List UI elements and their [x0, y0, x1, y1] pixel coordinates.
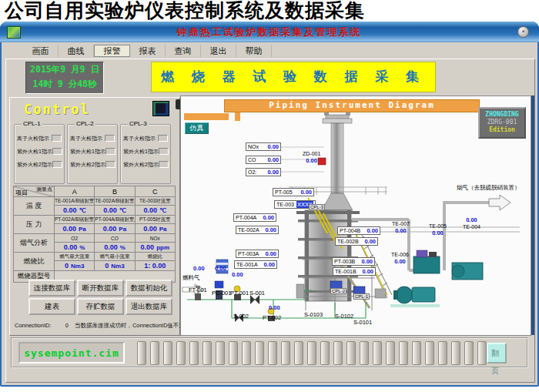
table-row: 温 度TE-001A/B辐射室下TE-002A/B辐射室上TE-003对流室 [14, 197, 176, 206]
cell-value: 0.00Pa [135, 224, 175, 234]
tag-text: CO [248, 157, 256, 162]
pid-label-te-005: TE-0050.00 [429, 223, 447, 236]
flame-indicator-row: 紫外火检2指示 [121, 158, 170, 171]
create-table-button[interactable]: 建表 [28, 298, 75, 315]
title-bar: 钟鼎热工试验炉数据采集及管理系统 × [0, 22, 539, 42]
cell-tag: 燃气最小流量 [95, 253, 135, 261]
corner-bottom-label: 项目 [15, 189, 28, 197]
pid-label-cpl-3: CPL-3 [309, 204, 325, 210]
value-unit: Pa [119, 226, 126, 233]
value-text: 0.00 [144, 206, 158, 214]
pid-label-s-001: S-001 [249, 290, 265, 297]
table-corner-cell: 测量点项目 [14, 186, 55, 197]
flame-indicator-lamp [52, 148, 62, 155]
ridge-slot [137, 341, 146, 365]
menu-item-curve[interactable]: 曲线 [59, 45, 94, 57]
flame-indicator-lamp [159, 148, 169, 155]
menu-item-help[interactable]: 帮助 [236, 45, 272, 57]
flame-indicator-label: 离子火检指示 [70, 135, 102, 142]
pid-label-cpl-1: CPL-1 [353, 293, 370, 300]
tag-text: TE-006 [391, 251, 409, 258]
table-row: 压 力PT-002A/B辐射室下PT-004A/B辐射室上PT-005对流室 [14, 216, 176, 224]
tag-value: 0.00 [300, 189, 312, 196]
flame-indicator-lamp [158, 135, 168, 142]
window-title: 钟鼎热工试验炉数据采集及管理系统 [21, 25, 517, 39]
value-unit: ℃ [119, 207, 126, 214]
pid-label-o2: O2:0.00 [246, 168, 281, 176]
page-title: 公司自用实验炉仪表控制系统及数据采集 [5, 0, 365, 23]
tag-value: 0.00 [263, 214, 274, 221]
menu-item-alarm[interactable]: 报警 [94, 45, 130, 57]
orange-tag [235, 112, 240, 121]
cell-tag: 燃气最大流量 [55, 253, 95, 261]
banner-title: 燃 烧 器 试 验 数 据 采 集 [151, 62, 436, 92]
flame-indicator-label: 紫外火检2指示 [17, 161, 52, 169]
ridge-slot [451, 341, 460, 365]
control-panel-title: Control [24, 102, 90, 117]
corner-top-label: 测量点 [36, 186, 52, 194]
flame-indicator-lamp [52, 161, 62, 168]
pid-label-te-004: 0.00TE-004 [463, 216, 480, 230]
ridge-slot [399, 341, 408, 365]
flame-indicator-label: 离子火检指示 [17, 135, 49, 142]
pid-label-s-0101: S-0101 [353, 319, 372, 326]
ridge-slot [281, 341, 290, 365]
value-text: 0.00 [141, 243, 155, 251]
exit-database-button[interactable]: 退出数据库 [126, 298, 172, 315]
flame-indicator-label: 紫外火检2指示 [123, 161, 159, 169]
database-button-grid: 连接数据库断开数据库数据初始化建表存贮数据退出数据库 [28, 280, 172, 315]
cell-tag: PT-004A/B辐射室上 [95, 216, 135, 224]
tag-text: TE-003 [276, 202, 294, 207]
pid-label-te-007: TE-0070.00 [392, 220, 410, 234]
tag-value: 0.00 [265, 250, 276, 257]
pid-label-co: CO0.00 [246, 156, 281, 164]
ridge-slot [203, 341, 212, 365]
time-line: 14时 9 分48秒 [26, 77, 103, 92]
control-panel: Control CPL-1离子火检指示紫外火检1指示紫外火检2指示CPL-2离子… [9, 97, 180, 336]
store-data-button[interactable]: 存贮数据 [77, 298, 124, 315]
cell-value: 0.00% [95, 243, 135, 253]
simulation-button[interactable]: 仿真 [185, 122, 209, 134]
cell-tag: TE-001A/B辐射室下 [55, 197, 95, 206]
cpl-group-3: CPL-3离子火检指示紫外火检1指示紫外火检2指示 [120, 124, 171, 184]
value-text: 0.00 [104, 243, 118, 251]
connect-database-button[interactable]: 连接数据库 [28, 280, 75, 297]
cell-value: 0.00ppm [135, 243, 175, 253]
close-icon[interactable]: × [517, 26, 529, 38]
disconnect-database-button[interactable]: 断开数据库 [77, 280, 124, 297]
cpl-group-1: CPL-1离子火检指示紫外火检1指示紫外火检2指示 [14, 124, 65, 184]
pid-label-zd-001: ZD-0010.00 [303, 150, 320, 164]
ridge-slot [346, 341, 356, 365]
value-text: 0.00 [63, 225, 77, 233]
table-header-row: 测量点项目ABC [14, 186, 176, 197]
menu-item-query[interactable]: 查询 [166, 45, 201, 57]
table-col-header: C [135, 186, 175, 197]
menu-item-screen[interactable]: 画面 [23, 45, 59, 57]
pid-label-te-002b: TE-002B0.00 [335, 237, 378, 246]
pid-label-pt-004a: PT-004A0.00 [233, 213, 276, 222]
cpl-groups: CPL-1离子火检指示紫外火检1指示紫外火检2指示CPL-2离子火检指示紫外火检… [14, 124, 171, 184]
ridge-slot [268, 341, 277, 365]
flame-indicator-label: 紫外火检2指示 [70, 161, 105, 169]
flame-indicator-row: 紫外火检1指示 [68, 145, 117, 158]
tag-text: TE-002A [238, 227, 259, 233]
pid-label-nox: NOx0.00 [246, 142, 281, 151]
pid-label-0-00: 0.00 [269, 304, 280, 311]
pid-label-pt-003a: PT-003A0.00 [236, 250, 279, 258]
cell-tag: O2 [55, 234, 95, 243]
module-name-box: sysempoint.cim [18, 342, 125, 364]
init-data-button[interactable]: 数据初始化 [126, 280, 172, 297]
page-turn-button[interactable]: 翻 页 [487, 343, 507, 364]
menu-item-exit[interactable]: 退出 [201, 45, 236, 57]
ridge-slot [176, 341, 186, 365]
tag-text: O2: [248, 169, 256, 175]
cell-tag: CO [95, 234, 135, 243]
tag-text: TE-005 [429, 223, 447, 230]
menu-item-report[interactable]: 报表 [130, 45, 166, 57]
cell-value: 0.00℃ [135, 206, 175, 216]
table-row: 烟气分析O2CONOx [14, 234, 176, 243]
pid-label-pt-002: PT-002 [263, 314, 281, 321]
row-label: 温 度 [14, 197, 55, 216]
ridge-slot [333, 341, 343, 365]
flame-indicator-lamp [105, 148, 116, 155]
